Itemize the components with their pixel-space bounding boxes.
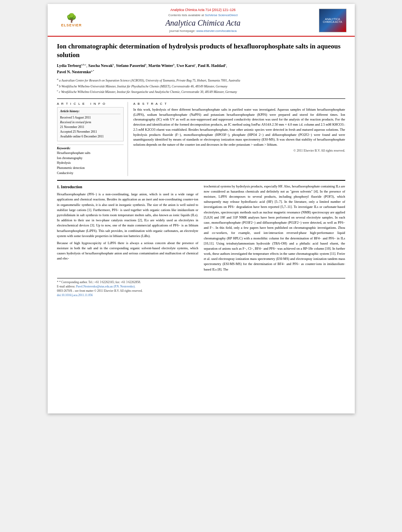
abstract-header: A B S T R A C T (133, 102, 345, 106)
journal-header: 🌳 ELSEVIER Analytica Chimica Acta 714 (2… (48, 4, 355, 37)
body-divider (57, 180, 345, 181)
affil-c: c Westfälische Wilhelms-Universität Müns… (59, 90, 237, 94)
received-row-2-date: 21 November 2011 (60, 125, 120, 130)
author-terborg: Lydia Terborg (57, 64, 81, 68)
intro-num: 1. (57, 185, 60, 189)
article-info-header: A R T I C L E I N F O (57, 102, 124, 106)
article-info-box: Article history: Received 5 August 2011 … (57, 107, 124, 141)
footnote-section: * * Corresponding author. Tel.: +61 3 62… (57, 278, 345, 298)
footnote-email-row: E-mail address: Pavel.Nesterenko@utas.ed… (57, 284, 345, 289)
elsevier-logo-container: 🌳 ELSEVIER (54, 6, 89, 34)
journal-header-center: Analytica Chimica Acta 714 (2012) 121–12… (89, 6, 317, 34)
intro-col2-para1: trochemical systems by hydrolysis produc… (204, 184, 345, 272)
keywords-section: Keywords: Hexafluorophosphate salts Ion … (57, 145, 124, 176)
author-karst-sup: c (195, 63, 196, 66)
elsevier-logo: 🌳 ELSEVIER (54, 14, 89, 27)
affil-a-sup: a (57, 78, 59, 81)
author-terborg-sup: a,b,c (81, 63, 86, 66)
keywords-list: Hexafluorophosphate salts Ion chromatogr… (57, 151, 124, 176)
author-winter-sup: b (173, 63, 175, 66)
intro-para-2: Because of high hygroscopicity of LiPF6 … (57, 241, 198, 261)
intro-col-left: 1. Introduction Hexafluorophosphate (PF6… (57, 184, 198, 274)
author-winter: Martin Winter (148, 64, 173, 68)
sciverse-line: Contents lists available at SciVerse Sci… (168, 13, 237, 17)
abstract-column: A B S T R A C T In this work, hydrolysis… (133, 102, 345, 173)
footnote-doi[interactable]: doi:10.1016/j.aca.2011.11.056 (57, 293, 345, 297)
article-body: Ion chromatographic determination of hyd… (48, 37, 355, 303)
footnote-email[interactable]: Pavel.Nesterenko@utas.edu.au (P.N. Neste… (76, 285, 135, 288)
footnote-issn: 0003-2670/$ – see front matter © 2011 El… (57, 289, 345, 293)
keyword-2: Ion chromatography (57, 156, 124, 161)
homepage-line: journal homepage: www.elsevier.com/locat… (169, 29, 237, 33)
article-history-title: Article history: (60, 109, 120, 114)
received-row-1: Received 5 August 2011 (60, 115, 120, 120)
author-nesterenko-sup: a,* (91, 69, 94, 72)
article-info-column: A R T I C L E I N F O Article history: R… (57, 102, 128, 176)
affil-a: a Australian Centre for Research on Sepa… (59, 79, 240, 82)
author-haddad: Paul R. Haddad (198, 64, 225, 68)
keyword-3: Hydrolysis (57, 161, 124, 166)
elsevier-wordmark: ELSEVIER (61, 23, 82, 27)
intro-para-1: Hexafluorophosphate (PF6−) is a non-coor… (57, 192, 198, 239)
author-nowak-sup: b (113, 63, 114, 66)
authors-line: Lydia Terborga,b,c, Sascha Nowakb, Stefa… (57, 63, 345, 75)
homepage-text: journal homepage: (169, 29, 195, 33)
received-revised-label: Received in revised form (60, 120, 91, 124)
keyword-5: Conductivity (57, 171, 124, 176)
author-haddad-sup: a (225, 63, 226, 66)
keywords-title: Keywords: (57, 145, 124, 150)
sciverse-text: Contents lists available at (168, 13, 204, 17)
article-title: Ion chromatographic determination of hyd… (57, 42, 345, 59)
elsevier-tree-icon: 🌳 (66, 14, 77, 22)
doi-link[interactable]: doi:10.1016/j.aca.2011.11.056 (57, 293, 93, 297)
author-nesterenko: Pavel N. Nesterenko (57, 70, 91, 74)
author-passerini: Stefano Passerini (116, 64, 145, 68)
keyword-1: Hexafluorophosphate salts (57, 151, 124, 156)
keywords-label: Keywords: (57, 146, 71, 150)
intro-title: 1. Introduction (57, 184, 198, 190)
abstract-text: In this work, hydrolysis of three differ… (133, 107, 345, 147)
article-info-abstract-section: A R T I C L E I N F O Article history: R… (57, 98, 345, 176)
affil-b-sup: b (57, 83, 59, 87)
available-row: Available online 6 December 2011 (60, 134, 120, 139)
homepage-link[interactable]: www.elsevier.com/locate/aca (196, 29, 237, 33)
copyright-line: © 2011 Elsevier B.V. All rights reserved… (133, 149, 345, 152)
sciverse-link[interactable]: SciVerse ScienceDirect (205, 13, 237, 17)
analytics-logo-text: ANALYTICA CHIMICA ACTA (319, 18, 346, 23)
author-passerini-sup: b (145, 63, 146, 66)
accepted-row: Accepted 25 November 2011 (60, 130, 120, 134)
publisher-logo-container: ANALYTICA CHIMICA ACTA (317, 6, 348, 34)
received-row-2-label: Received in revised form (60, 120, 120, 125)
page: 🌳 ELSEVIER Analytica Chimica Acta 714 (2… (48, 4, 355, 413)
intro-label: Introduction (61, 185, 82, 189)
affil-b: b Westfälische Wilhelms-Universität Müns… (59, 84, 228, 88)
intro-col-right: trochemical systems by hydrolysis produc… (204, 184, 345, 274)
journal-title: Analytica Chimica Acta (165, 19, 241, 28)
keyword-4: Photometric detection (57, 166, 124, 171)
author-nowak: Sascha Nowak (88, 64, 113, 68)
affil-c-sup: c (57, 89, 58, 92)
affiliations: a a Australian Centre for Research on Se… (57, 77, 345, 95)
journal-ref-line: Analytica Chimica Acta 714 (2012) 121–12… (170, 8, 235, 12)
footnote-corresponding: * * Corresponding author. Tel.: +61 3 62… (57, 280, 345, 284)
author-karst: Uwe Karst (176, 64, 195, 68)
footnote-contact: * Corresponding author. Tel.: +61 3 6226… (59, 280, 141, 284)
footnote-email-label: E-mail address: (57, 285, 76, 288)
intro-section: 1. Introduction Hexafluorophosphate (PF6… (57, 184, 345, 274)
analytics-logo: ANALYTICA CHIMICA ACTA (319, 9, 346, 32)
